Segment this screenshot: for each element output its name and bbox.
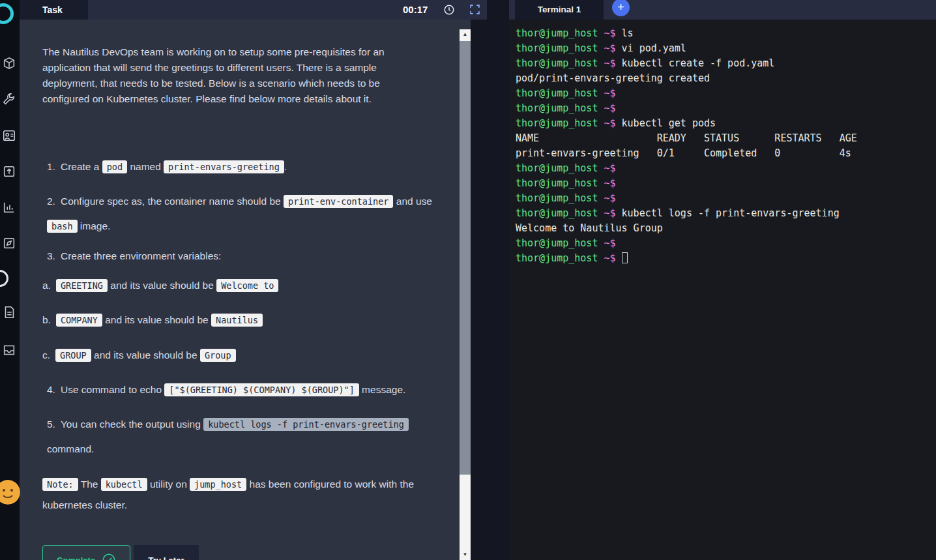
scrollbar-thumb[interactable] bbox=[460, 41, 471, 475]
terminal-line: thor@jump_host ~$ kubectl create -f pod.… bbox=[516, 56, 936, 71]
text-segment: and its value should be bbox=[102, 314, 211, 325]
code-chip: ["$(GREETING) $(COMPANY) $(GROUP)"] bbox=[164, 383, 358, 396]
task-step-3b: b.COMPANY and its value should be Nautil… bbox=[42, 308, 263, 332]
task-step-5: 5.You can check the output using kubectl… bbox=[47, 412, 448, 461]
terminal-line: print-envars-greeting 0/1 Completed 0 4s bbox=[516, 146, 936, 161]
code-chip: bash bbox=[47, 220, 78, 233]
deploy-box-icon[interactable] bbox=[2, 164, 16, 179]
step-text: Create three environment variables: bbox=[61, 250, 221, 261]
task-step-4: 4.Use command to echo ["$(GREETING) $(CO… bbox=[47, 377, 405, 402]
code-chip: GROUP bbox=[55, 349, 91, 362]
code-chip: print-env-container bbox=[284, 195, 393, 208]
bar-chart-icon[interactable] bbox=[2, 200, 16, 214]
terminal-line: Welcome to Nautilus Group bbox=[516, 221, 936, 236]
package-icon[interactable] bbox=[2, 56, 16, 70]
try-later-button-label: Try Later bbox=[149, 555, 184, 560]
terminal-tab-label: Terminal 1 bbox=[538, 5, 581, 14]
text-segment: command. bbox=[47, 443, 94, 454]
task-scrollbar[interactable]: ▲ ▼ bbox=[460, 29, 471, 560]
user-card-icon[interactable] bbox=[2, 128, 16, 143]
tab-task[interactable]: Task bbox=[20, 0, 88, 20]
step-text: COMPANY and its value should be Nautilus bbox=[56, 314, 263, 325]
terminal-body[interactable]: thor@jump_host ~$ lsthor@jump_host ~$ vi… bbox=[509, 20, 936, 560]
user-avatar[interactable] bbox=[0, 480, 20, 505]
terminal-panel: Terminal 1 + thor@jump_host ~$ lsthor@ju… bbox=[509, 0, 936, 560]
text-segment: named bbox=[127, 161, 164, 172]
text-segment: Create a bbox=[61, 161, 102, 172]
text-segment: The bbox=[78, 479, 101, 490]
code-chip: kubectl bbox=[101, 478, 147, 491]
terminal-line: thor@jump_host ~$ vi pod.yaml bbox=[516, 41, 936, 56]
status-ring-icon[interactable] bbox=[0, 3, 14, 24]
task-step-3a: a.GREETING and its value should be Welco… bbox=[42, 273, 278, 298]
step-text: Use command to echo ["$(GREETING) $(COMP… bbox=[61, 384, 405, 395]
code-chip: Welcome to bbox=[216, 279, 278, 292]
step-text: You can check the output using kubectl l… bbox=[47, 419, 409, 454]
terminal-line: thor@jump_host ~$ bbox=[516, 101, 936, 116]
step-marker: 5. bbox=[47, 419, 55, 430]
terminal-line: thor@jump_host ~$ bbox=[516, 176, 936, 191]
terminal-header: Terminal 1 + bbox=[509, 0, 936, 20]
task-step-1: 1.Create a pod named print-envars-greeti… bbox=[47, 155, 287, 179]
task-step-2: 2.Configure spec as, the container name … bbox=[47, 189, 438, 239]
task-content: The Nautilus DevOps team is working on t… bbox=[20, 20, 471, 560]
step-marker: 4. bbox=[47, 384, 55, 395]
code-chip: GREETING bbox=[56, 279, 108, 292]
terminal-line: thor@jump_host ~$ kubectl get pods bbox=[516, 116, 936, 131]
text-segment: You can check the output using bbox=[61, 419, 203, 430]
document-icon[interactable] bbox=[2, 305, 16, 319]
step-marker: 2. bbox=[47, 196, 55, 207]
code-chip: pod bbox=[102, 160, 127, 173]
step-text: GROUP and its value should be Group bbox=[55, 349, 235, 361]
text-segment: Configure spec as, the container name sh… bbox=[61, 196, 284, 207]
step-text: GREETING and its value should be Welcome… bbox=[56, 280, 278, 291]
code-chip: Nautilus bbox=[211, 314, 263, 327]
step-marker: a. bbox=[42, 280, 51, 291]
complete-button[interactable]: Complete bbox=[42, 545, 130, 560]
scroll-down-arrow-icon[interactable]: ▼ bbox=[460, 550, 471, 560]
step-marker: 1. bbox=[47, 161, 55, 172]
text-segment: message. bbox=[359, 384, 406, 395]
task-step-3: 3.Create three environment variables: bbox=[47, 244, 221, 268]
step-marker: c. bbox=[42, 349, 50, 361]
code-chip: COMPANY bbox=[56, 314, 102, 327]
icon-rail bbox=[0, 0, 20, 560]
terminal-line: thor@jump_host ~$ ls bbox=[516, 26, 936, 41]
text-segment: image. bbox=[78, 220, 111, 231]
check-circle-icon bbox=[102, 553, 116, 560]
text-segment: Create three environment variables: bbox=[61, 250, 221, 261]
tab-terminal-1[interactable]: Terminal 1 bbox=[515, 0, 604, 20]
inbox-tray-icon[interactable] bbox=[2, 343, 16, 357]
clock-icon bbox=[443, 4, 455, 16]
edit-note-icon[interactable] bbox=[2, 236, 16, 250]
text-segment: utility on bbox=[147, 479, 190, 490]
text-segment: Use command to echo bbox=[61, 384, 164, 395]
task-timer: 00:17 bbox=[403, 0, 428, 20]
try-later-button[interactable]: Try Later bbox=[134, 545, 199, 560]
task-header: Task 00:17 bbox=[20, 0, 487, 20]
task-tab-label: Task bbox=[42, 5, 63, 15]
step-marker: b. bbox=[42, 314, 51, 325]
terminal-line: thor@jump_host ~$ bbox=[516, 251, 936, 266]
plus-icon: + bbox=[617, 1, 624, 14]
text-segment: and use bbox=[393, 196, 431, 207]
terminal-line: NAME READY STATUS RESTARTS AGE bbox=[516, 131, 936, 146]
scroll-up-arrow-icon[interactable]: ▲ bbox=[460, 29, 471, 40]
fullscreen-icon[interactable] bbox=[469, 4, 480, 15]
terminal-cursor bbox=[622, 252, 628, 263]
terminal-line: pod/print-envars-greeting created bbox=[516, 71, 936, 86]
terminal-line: thor@jump_host ~$ kubectl logs -f print-… bbox=[516, 206, 936, 221]
terminal-line: thor@jump_host ~$ bbox=[516, 236, 936, 251]
code-chip: Group bbox=[200, 349, 236, 362]
terminal-line: thor@jump_host ~$ bbox=[516, 86, 936, 101]
terminal-line: thor@jump_host ~$ bbox=[516, 191, 936, 206]
step-marker: 3. bbox=[47, 250, 55, 261]
code-chip: jump_host bbox=[190, 478, 246, 491]
code-chip: Note: bbox=[42, 478, 78, 491]
wrench-icon[interactable] bbox=[2, 93, 16, 107]
panel-gutter bbox=[471, 20, 487, 560]
progress-ring-icon[interactable] bbox=[0, 270, 8, 287]
add-terminal-button[interactable]: + bbox=[612, 0, 630, 16]
terminal-line: thor@jump_host ~$ bbox=[516, 161, 936, 176]
text-segment: . bbox=[284, 161, 287, 172]
